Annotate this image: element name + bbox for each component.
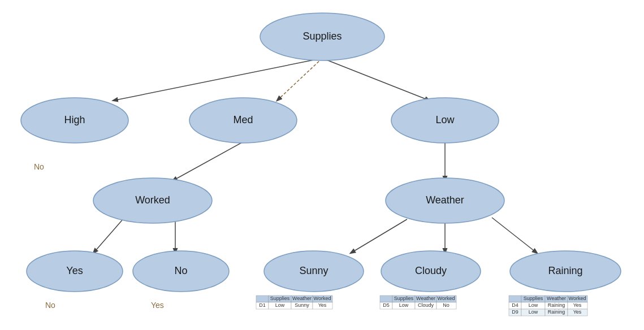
svg-text:Supplies: Supplies (394, 296, 414, 301)
node-supplies-label: Supplies (302, 31, 342, 42)
table-raining: Supplies Weather Worked D4 Low Raining Y… (509, 296, 587, 316)
svg-text:D5: D5 (383, 302, 390, 308)
node-high-label: High (64, 114, 85, 125)
svg-text:Raining: Raining (548, 302, 565, 308)
edge-supplies-low (322, 58, 430, 101)
svg-rect-0 (256, 296, 269, 302)
svg-text:Weather: Weather (292, 296, 312, 301)
node-med-label: Med (233, 114, 253, 125)
decision-tree-diagram: Supplies High Med Low No Worked Weather … (0, 0, 644, 330)
node-cloudy-label: Cloudy (415, 265, 447, 276)
svg-text:Yes: Yes (573, 309, 582, 315)
node-no-label: No (174, 265, 187, 276)
svg-text:Yes: Yes (318, 302, 327, 308)
svg-rect-15 (380, 296, 392, 302)
svg-text:Worked: Worked (438, 296, 455, 301)
svg-text:Cloudy: Cloudy (418, 302, 434, 308)
edge-supplies-med (277, 58, 322, 101)
svg-text:D4: D4 (512, 302, 518, 308)
svg-rect-30 (509, 296, 521, 302)
node-yes-label: Yes (66, 265, 83, 276)
node-low-label: Low (435, 114, 455, 125)
svg-text:Worked: Worked (569, 296, 586, 301)
svg-text:Sunny: Sunny (295, 302, 309, 308)
table-cloudy: Supplies Weather Worked D5 Low Cloudy No (380, 296, 456, 309)
node-sunny-label: Sunny (299, 265, 328, 276)
table-sunny: Supplies Weather Worked D1 Low Sunny Yes (256, 296, 332, 309)
edge-supplies-high (113, 58, 322, 101)
svg-text:Supplies: Supplies (270, 296, 290, 301)
svg-text:Low: Low (529, 309, 538, 315)
node-worked-label: Worked (135, 194, 170, 206)
label-no-result: Yes (151, 301, 164, 310)
edge-weather-raining (492, 218, 537, 253)
edge-weather-sunny (351, 219, 407, 253)
node-weather-label: Weather (426, 194, 464, 206)
svg-text:Low: Low (529, 302, 538, 308)
svg-text:Yes: Yes (573, 302, 582, 308)
svg-text:Low: Low (275, 302, 285, 308)
svg-text:D1: D1 (259, 302, 266, 308)
svg-text:D9: D9 (512, 309, 518, 315)
label-high-no: No (34, 162, 44, 171)
svg-text:Supplies: Supplies (524, 296, 543, 301)
svg-text:Raining: Raining (548, 309, 565, 315)
svg-text:Weather: Weather (416, 296, 435, 301)
edge-med-worked (172, 142, 243, 181)
svg-text:Low: Low (399, 302, 409, 308)
edge-worked-yes (93, 218, 124, 253)
svg-text:Worked: Worked (314, 296, 331, 301)
label-yes-result: No (45, 301, 55, 310)
node-raining-label: Raining (548, 265, 582, 276)
svg-text:No: No (443, 302, 449, 308)
svg-text:Weather: Weather (547, 296, 566, 301)
